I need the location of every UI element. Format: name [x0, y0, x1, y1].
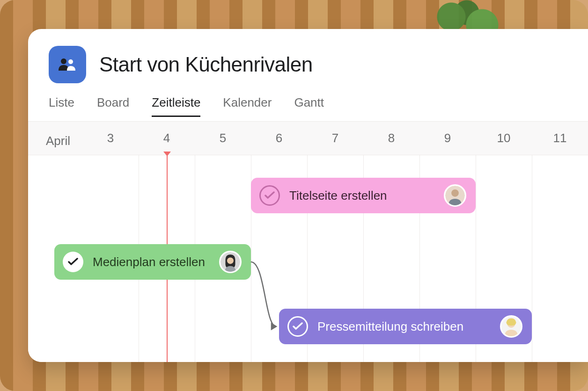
- timeline-days: 34567891011: [28, 122, 588, 155]
- tab-board[interactable]: Board: [97, 94, 129, 116]
- project-header: Start von Küchenrivalen: [28, 29, 588, 94]
- svg-point-3: [451, 189, 459, 197]
- project-panel: Start von Küchenrivalen Liste Board Zeit…: [28, 29, 588, 362]
- day-10: 10: [497, 131, 511, 145]
- check-circle-icon[interactable]: [63, 252, 83, 272]
- task-cover[interactable]: Titelseite erstellen: [251, 178, 476, 213]
- assignee-avatar[interactable]: [219, 251, 242, 273]
- gridline: [532, 155, 532, 362]
- day-3: 3: [107, 131, 114, 145]
- day-4: 4: [163, 131, 170, 145]
- svg-point-5: [227, 257, 234, 264]
- assignee-avatar[interactable]: [444, 184, 466, 207]
- task-label: Medienplan erstellen: [93, 255, 210, 269]
- assignee-avatar[interactable]: [500, 315, 522, 338]
- project-title: Start von Küchenrivalen: [99, 53, 313, 76]
- timeline-header: April 34567891011: [28, 122, 588, 155]
- day-11: 11: [553, 131, 567, 145]
- tab-liste[interactable]: Liste: [49, 94, 74, 116]
- tab-gantt[interactable]: Gantt: [294, 94, 324, 116]
- day-9: 9: [444, 131, 451, 145]
- day-5: 5: [220, 131, 226, 145]
- people-icon: [58, 58, 77, 72]
- day-8: 8: [388, 131, 395, 145]
- view-tabs: Liste Board Zeitleiste Kalender Gantt: [28, 94, 588, 122]
- project-icon[interactable]: [49, 46, 86, 83]
- timeline-grid[interactable]: Titelseite erstellen Medienplan erstelle…: [28, 155, 588, 362]
- task-media[interactable]: Medienplan erstellen: [54, 244, 251, 280]
- svg-point-0: [61, 58, 66, 64]
- task-press[interactable]: Pressemitteilung schreiben: [279, 309, 532, 344]
- day-6: 6: [276, 131, 282, 145]
- tab-kalender[interactable]: Kalender: [223, 94, 272, 116]
- svg-point-1: [68, 59, 73, 64]
- dependency-arrow: [28, 155, 169, 225]
- check-circle-icon[interactable]: [259, 185, 280, 206]
- day-7: 7: [332, 131, 338, 145]
- task-label: Pressemitteilung schreiben: [317, 319, 491, 334]
- check-circle-icon[interactable]: [287, 316, 308, 337]
- tab-zeitleiste[interactable]: Zeitleiste: [152, 94, 200, 116]
- task-label: Titelseite erstellen: [289, 188, 434, 203]
